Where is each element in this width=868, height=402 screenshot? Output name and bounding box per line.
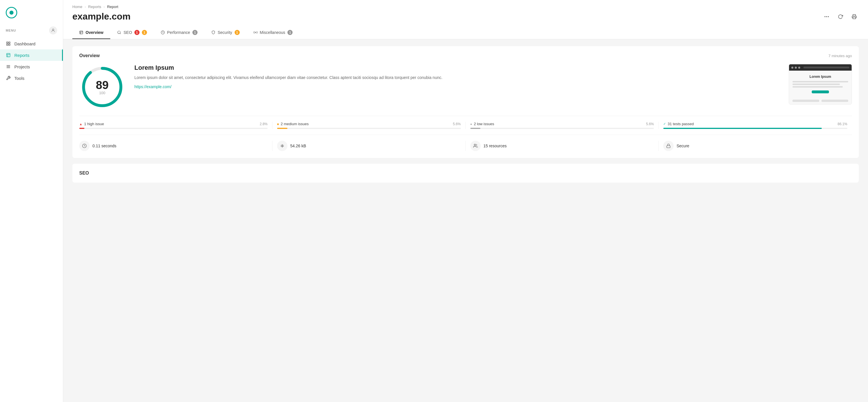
- issue-passed-icon: ✓: [663, 122, 666, 126]
- overview-timestamp: 7 minutes ago: [828, 54, 852, 58]
- preview-dot-1: [791, 67, 793, 69]
- refresh-button[interactable]: [836, 12, 845, 21]
- svg-line-16: [120, 33, 121, 34]
- issue-medium-pct: 5.6%: [453, 122, 461, 126]
- sidebar-item-projects-label: Projects: [14, 64, 30, 69]
- issue-low-pct: 5.6%: [646, 122, 654, 126]
- print-button[interactable]: [849, 12, 859, 21]
- score-total: 100: [96, 91, 109, 95]
- svg-rect-4: [9, 44, 10, 45]
- tab-performance-label: Performance: [167, 30, 190, 35]
- svg-rect-12: [80, 31, 83, 34]
- issue-medium: ■ 2 medium issues 5.6%: [273, 122, 466, 129]
- preview-text-lines: [793, 81, 848, 88]
- content-area: Overview 7 minutes ago 89 100: [63, 39, 868, 189]
- tab-security[interactable]: Security 1: [205, 26, 247, 39]
- issue-high-pct: 2.8%: [259, 122, 267, 126]
- issue-high-fill: [79, 128, 85, 129]
- issue-medium-fill: [277, 128, 287, 129]
- performance-badge: 1: [192, 30, 197, 35]
- security-badge: 1: [235, 30, 240, 35]
- tab-seo[interactable]: SEO 1 1: [110, 26, 154, 39]
- svg-point-10: [828, 16, 829, 17]
- page-title: example.com: [72, 11, 131, 22]
- preview-body: Lorem Ipsum: [789, 71, 851, 97]
- performance-tab-icon: [161, 30, 165, 34]
- timer-svg: [82, 144, 87, 148]
- svg-rect-5: [7, 53, 10, 57]
- breadcrumb-current: Report: [107, 5, 118, 9]
- print-icon: [851, 14, 857, 19]
- preview-dot-3: [798, 67, 800, 69]
- page-title-row: example.com: [72, 11, 859, 26]
- svg-point-15: [118, 31, 120, 34]
- issue-passed-text: 31 tests passed: [668, 122, 694, 126]
- refresh-icon: [838, 14, 843, 19]
- sidebar-item-dashboard[interactable]: Dashboard: [0, 38, 63, 50]
- preview-browser-bar: [789, 64, 851, 71]
- seo-badge-yellow: 1: [142, 30, 147, 35]
- site-name: Lorem Ipsum: [134, 64, 780, 71]
- svg-rect-3: [7, 44, 8, 45]
- site-url[interactable]: https://example.com/: [134, 85, 172, 89]
- overview-tab-icon: [79, 30, 83, 34]
- seo-badge-red: 1: [134, 30, 140, 35]
- sidebar-item-projects[interactable]: Projects: [0, 61, 63, 72]
- misc-badge: 1: [287, 30, 292, 35]
- sidebar-item-reports[interactable]: Reports: [0, 50, 63, 61]
- svg-point-9: [826, 16, 827, 17]
- preview-url-bar: [803, 67, 849, 68]
- issue-high: ▲ 1 high issue 2.8%: [79, 122, 273, 129]
- issue-low-icon: ●: [470, 122, 472, 126]
- preview-site-title: Lorem Ipsum: [793, 75, 848, 79]
- stat-size: 54.26 kB: [273, 141, 466, 151]
- tab-misc-label: Miscellaneous: [260, 30, 285, 35]
- svg-rect-1: [7, 42, 8, 43]
- site-preview: Lorem Ipsum: [789, 64, 852, 104]
- tabs-nav: Overview SEO 1 1 Performance 1: [72, 26, 859, 39]
- issue-medium-label: ■ 2 medium issues: [277, 122, 309, 126]
- ellipsis-icon: [824, 14, 830, 20]
- tab-security-label: Security: [218, 30, 232, 35]
- user-icon: [51, 28, 55, 33]
- tab-overview-label: Overview: [86, 30, 103, 35]
- breadcrumb-sep-2: ›: [104, 5, 105, 9]
- stat-time-value: 0.11 seconds: [92, 144, 116, 148]
- more-options-button[interactable]: [822, 12, 831, 21]
- sidebar-item-tools[interactable]: Tools: [0, 72, 63, 84]
- sidebar: MENU Dashboard: [0, 0, 63, 402]
- people-svg: [473, 144, 478, 148]
- issue-medium-track: [277, 128, 461, 129]
- stat-resources-value: 15 resources: [484, 144, 507, 148]
- issue-low-track: [470, 128, 654, 129]
- stat-resources: 15 resources: [466, 141, 659, 151]
- issue-passed-pct: 86.1%: [838, 122, 847, 126]
- scale-svg: [280, 144, 284, 148]
- secure-icon: [663, 141, 674, 151]
- svg-point-23: [474, 144, 475, 146]
- svg-point-0: [52, 29, 54, 30]
- preview-line-2: [793, 84, 840, 85]
- score-value: 89: [96, 79, 109, 91]
- sidebar-item-dashboard-label: Dashboard: [14, 41, 35, 46]
- issue-passed-fill: [663, 128, 822, 129]
- seo-section: SEO: [72, 164, 859, 183]
- issues-row: ▲ 1 high issue 2.8% ■ 2 medium issue: [79, 116, 852, 129]
- issue-medium-label-row: ■ 2 medium issues 5.6%: [277, 122, 461, 126]
- tab-performance[interactable]: Performance 1: [154, 26, 205, 39]
- menu-label: MENU: [6, 29, 16, 32]
- stat-secure-value: Secure: [677, 144, 689, 148]
- issue-passed: ✓ 31 tests passed 86.1%: [659, 122, 852, 129]
- logo: [0, 0, 63, 24]
- svg-rect-24: [667, 146, 670, 148]
- breadcrumb-home[interactable]: Home: [72, 5, 83, 9]
- logo-inner-dot: [9, 11, 13, 14]
- user-icon-button[interactable]: [49, 26, 57, 34]
- tab-overview[interactable]: Overview: [72, 26, 110, 39]
- issue-low-label-row: ● 2 low issues 5.6%: [470, 122, 654, 126]
- breadcrumb-reports[interactable]: Reports: [88, 5, 101, 9]
- preview-dot-2: [795, 67, 797, 69]
- overview-info: Lorem Ipsum Lorem ipsum dolor sit amet, …: [134, 64, 780, 89]
- resources-icon: [470, 141, 480, 151]
- tab-miscellaneous[interactable]: Miscellaneous 1: [247, 26, 300, 39]
